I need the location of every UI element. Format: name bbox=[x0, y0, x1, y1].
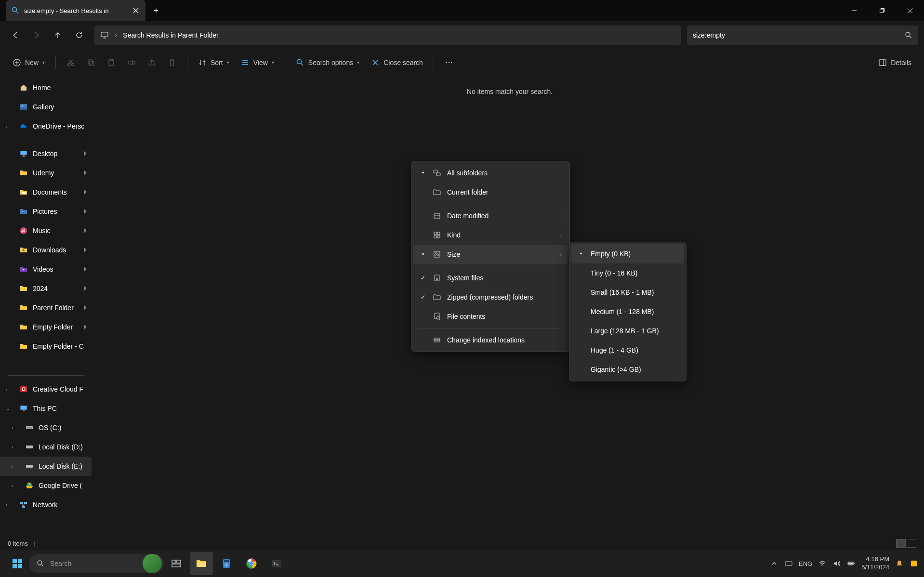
terminal-app[interactable] bbox=[265, 552, 288, 575]
notifications-icon[interactable] bbox=[895, 559, 904, 568]
pin-icon bbox=[82, 189, 88, 195]
close-search-button[interactable]: Close search bbox=[366, 54, 428, 71]
sidebar-item-creative-cloud[interactable]: › Creative Cloud F bbox=[0, 380, 92, 399]
new-button[interactable]: New ▾ bbox=[8, 54, 50, 71]
ctx-change-indexed[interactable]: Change indexed locations bbox=[413, 330, 568, 350]
sidebar-item-onedrive[interactable]: › OneDrive - Persc bbox=[0, 117, 92, 136]
paste-icon bbox=[107, 58, 116, 67]
paste-button[interactable] bbox=[102, 54, 120, 71]
more-button[interactable] bbox=[440, 54, 458, 71]
sidebar-item-home[interactable]: Home bbox=[0, 78, 92, 97]
ctx-kind[interactable]: Kind › bbox=[413, 225, 568, 245]
sidebar-item-downloads[interactable]: Downloads bbox=[0, 240, 92, 260]
tray-chevron-icon[interactable] bbox=[770, 559, 779, 568]
refresh-button[interactable] bbox=[69, 26, 89, 45]
expand-icon[interactable]: › bbox=[12, 464, 19, 469]
copy-button[interactable] bbox=[82, 54, 100, 71]
taskbar-search[interactable]: Search bbox=[29, 554, 164, 573]
view-button[interactable]: View ▾ bbox=[236, 54, 279, 71]
sort-button[interactable]: Sort ▾ bbox=[193, 54, 234, 71]
keyboard-icon[interactable] bbox=[784, 559, 793, 568]
search-box[interactable]: size:empty bbox=[687, 26, 918, 45]
sidebar-item-music[interactable]: Music bbox=[0, 221, 92, 240]
ctx-size-empty[interactable]: • Empty (0 KB) bbox=[571, 244, 684, 263]
sidebar-item-network[interactable]: › Network bbox=[0, 495, 92, 514]
sidebar-item-drive-d[interactable]: › Local Disk (D:) bbox=[0, 437, 92, 457]
volume-icon[interactable] bbox=[832, 559, 841, 568]
collapse-icon[interactable]: ⌄ bbox=[6, 406, 13, 411]
up-button[interactable] bbox=[48, 26, 67, 45]
ctx-size[interactable]: • Size › bbox=[413, 245, 568, 264]
ctx-size-huge[interactable]: Huge (1 - 4 GB) bbox=[571, 341, 684, 360]
close-window-button[interactable] bbox=[896, 0, 924, 21]
search-options-button[interactable]: Search options ▾ bbox=[291, 54, 364, 71]
new-tab-button[interactable]: + bbox=[145, 0, 167, 21]
ctx-zipped-folders[interactable]: ✓ Zipped (compressed) folders bbox=[413, 288, 568, 307]
chevron-right-icon[interactable]: › bbox=[115, 31, 117, 39]
expand-icon[interactable]: › bbox=[6, 502, 13, 508]
pin-icon bbox=[82, 324, 88, 330]
ctx-size-gigantic[interactable]: Gigantic (>4 GB) bbox=[571, 360, 684, 379]
separator: | bbox=[34, 540, 35, 547]
size-submenu: • Empty (0 KB) Tiny (0 - 16 KB) Small (1… bbox=[569, 242, 686, 381]
back-button[interactable] bbox=[6, 26, 25, 45]
start-button[interactable] bbox=[6, 552, 29, 575]
expand-icon[interactable]: › bbox=[12, 483, 19, 488]
ctx-size-large[interactable]: Large (128 MB - 1 GB) bbox=[571, 321, 684, 341]
calculator-app[interactable] bbox=[215, 552, 238, 575]
cut-button[interactable] bbox=[62, 54, 80, 71]
search-icon[interactable] bbox=[905, 31, 912, 39]
battery-icon[interactable] bbox=[847, 559, 856, 568]
sidebar-item-videos[interactable]: Videos bbox=[0, 260, 92, 279]
share-button[interactable] bbox=[143, 54, 161, 71]
sidebar-item-empty-folder-c[interactable]: Empty Folder - C bbox=[0, 337, 92, 356]
tiles-view-button[interactable] bbox=[907, 539, 916, 548]
wifi-icon[interactable] bbox=[818, 559, 827, 568]
chrome-app[interactable] bbox=[240, 552, 263, 575]
date-text: 5/11/2024 bbox=[861, 564, 889, 572]
tab-active[interactable]: size:empty - Search Results in bbox=[6, 0, 145, 21]
delete-button[interactable] bbox=[163, 54, 181, 71]
sidebar-item-documents[interactable]: Documents bbox=[0, 183, 92, 202]
expand-icon[interactable]: › bbox=[6, 124, 13, 129]
ctx-system-files[interactable]: ✓ System files bbox=[413, 268, 568, 288]
folder-icon bbox=[19, 303, 28, 312]
sidebar-label: Desktop bbox=[33, 150, 57, 157]
sidebar-item-udemy[interactable]: Udemy bbox=[0, 163, 92, 183]
minimize-button[interactable] bbox=[840, 0, 868, 21]
ctx-all-subfolders[interactable]: • All subfolders bbox=[413, 163, 568, 183]
address-bar[interactable]: › Search Results in Parent Folder bbox=[94, 26, 681, 45]
expand-icon[interactable]: › bbox=[6, 387, 13, 392]
tray-app-icon[interactable] bbox=[910, 559, 918, 568]
ctx-size-tiny[interactable]: Tiny (0 - 16 KB) bbox=[571, 263, 684, 283]
ctx-date-modified[interactable]: Date modified › bbox=[413, 206, 568, 225]
explorer-app[interactable] bbox=[190, 552, 213, 575]
sidebar-item-parent-folder[interactable]: Parent Folder bbox=[0, 298, 92, 317]
sidebar-item-drive-e[interactable]: › Local Disk (E:) bbox=[0, 457, 92, 476]
maximize-button[interactable] bbox=[868, 0, 896, 21]
ctx-current-folder[interactable]: Current folder bbox=[413, 183, 568, 202]
expand-icon[interactable]: › bbox=[12, 425, 19, 431]
details-button[interactable]: Details bbox=[873, 54, 916, 71]
forward-button[interactable] bbox=[27, 26, 46, 45]
expand-icon[interactable]: › bbox=[12, 445, 19, 450]
sidebar-item-empty-folder[interactable]: Empty Folder bbox=[0, 317, 92, 337]
sidebar-item-thispc[interactable]: ⌄ This PC bbox=[0, 399, 92, 418]
clock[interactable]: 4:16 PM 5/11/2024 bbox=[861, 555, 889, 572]
sidebar-item-drive-google[interactable]: › Google Drive ( bbox=[0, 476, 92, 495]
svg-line-83 bbox=[42, 565, 44, 567]
rename-button[interactable] bbox=[122, 54, 141, 71]
ctx-size-medium[interactable]: Medium (1 - 128 MB) bbox=[571, 302, 684, 321]
ctx-file-contents[interactable]: File contents bbox=[413, 307, 568, 326]
sidebar-item-2024[interactable]: 2024 bbox=[0, 279, 92, 298]
sidebar-item-desktop[interactable]: Desktop bbox=[0, 144, 92, 163]
ctx-label: Large (128 MB - 1 GB) bbox=[591, 327, 678, 335]
details-view-button[interactable] bbox=[896, 539, 906, 548]
sidebar-item-gallery[interactable]: Gallery bbox=[0, 97, 92, 117]
sidebar-item-drive-c[interactable]: › OS (C:) bbox=[0, 418, 92, 437]
sidebar-item-pictures[interactable]: Pictures bbox=[0, 202, 92, 221]
task-view-button[interactable] bbox=[165, 552, 188, 575]
lang-indicator[interactable]: ENG bbox=[799, 560, 812, 567]
ctx-size-small[interactable]: Small (16 KB - 1 MB) bbox=[571, 283, 684, 302]
close-tab-icon[interactable] bbox=[132, 7, 140, 14]
